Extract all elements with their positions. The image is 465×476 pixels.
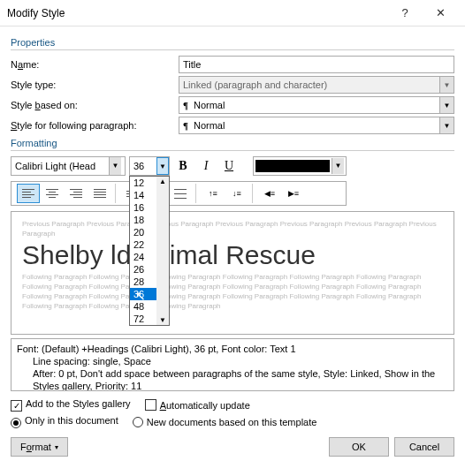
following-select[interactable]: ¶ Normal ▼ — [179, 117, 454, 134]
size-option[interactable]: 12 — [130, 177, 156, 189]
size-option[interactable]: 22 — [130, 238, 156, 251]
size-option[interactable]: 20 — [130, 226, 156, 238]
increase-indent-button[interactable]: ▶≡ — [282, 184, 305, 203]
align-justify-button[interactable] — [88, 184, 111, 203]
formatting-header: Formatting — [11, 138, 454, 151]
desc-line3: After: 0 pt, Don't add space between par… — [17, 367, 448, 391]
font-size-select[interactable]: 36 ▼ — [129, 156, 170, 176]
chevron-down-icon[interactable]: ▼ — [439, 117, 454, 133]
preview-sample-text: Shelby ld Animal Rescue — [22, 240, 443, 270]
name-label: Name: — [11, 59, 179, 70]
align-right-icon — [70, 187, 82, 200]
size-option[interactable]: 18 — [130, 214, 156, 226]
auto-update-checkbox[interactable]: Automatically update — [145, 399, 250, 411]
close-button[interactable]: ✕ — [423, 0, 458, 26]
paragraph-icon: ¶ — [183, 120, 188, 131]
styletype-select: Linked (paragraph and character) ▼ — [179, 76, 454, 94]
line-spacing-icon — [174, 187, 187, 200]
size-option[interactable]: 16 — [130, 201, 156, 214]
format-button[interactable]: Format▾ — [11, 437, 68, 457]
desc-line2: Line spacing: single, Space — [17, 355, 448, 367]
scroll-down-icon[interactable]: ▼ — [159, 316, 166, 324]
size-option[interactable]: 14 — [130, 189, 156, 201]
add-gallery-checkbox[interactable]: ✓Add to the Styles gallery — [11, 398, 131, 412]
font-family-select[interactable]: Calibri Light (Head ▼ — [11, 156, 126, 176]
chevron-down-icon[interactable]: ▼ — [332, 158, 344, 174]
bold-button[interactable]: B — [173, 156, 193, 176]
titlebar: Modify Style ? ✕ — [0, 0, 465, 26]
desc-line1: Font: (Default) +Headings (Calibri Light… — [17, 343, 448, 355]
size-option[interactable]: 28 — [130, 276, 156, 288]
space-before-down-button[interactable]: ↓≡ — [225, 184, 248, 203]
chevron-down-icon[interactable]: ▼ — [439, 97, 454, 113]
preview-prev-text: Previous Paragraph Previous Paragraph Pr… — [22, 219, 443, 238]
align-left-button[interactable] — [17, 184, 40, 203]
align-left-icon — [22, 187, 34, 200]
align-center-button[interactable] — [41, 184, 64, 203]
preview-follow-text: Following Paragraph Following Paragraph … — [22, 272, 443, 311]
color-swatch — [255, 160, 330, 172]
preview-pane: Previous Paragraph Previous Paragraph Pr… — [11, 211, 454, 335]
italic-button[interactable]: I — [196, 156, 216, 176]
formatting-toolbar: Calibri Light (Head ▼ 36 ▼ 1214161820222… — [11, 156, 454, 176]
name-field[interactable] — [179, 56, 454, 73]
cursor-icon: ↖ — [135, 290, 146, 302]
paragraph-icon: ¶ — [183, 100, 188, 110]
size-option[interactable]: 24 — [130, 251, 156, 263]
align-justify-icon — [94, 187, 106, 200]
align-center-icon — [46, 187, 58, 200]
size-option[interactable]: 72 — [130, 313, 156, 325]
properties-header: Properties — [11, 37, 454, 50]
size-option[interactable]: 48 — [130, 300, 156, 313]
chevron-down-icon: ▼ — [439, 77, 454, 93]
spacing-2-button[interactable] — [169, 184, 192, 203]
chevron-down-icon[interactable]: ▼ — [156, 157, 169, 175]
styletype-label: Style type: — [11, 79, 179, 90]
space-before-up-button[interactable]: ↑≡ — [202, 184, 225, 203]
ok-button[interactable]: OK — [329, 437, 389, 457]
decrease-indent-button[interactable]: ◀≡ — [258, 184, 281, 203]
size-option[interactable]: 36↖ — [130, 288, 156, 300]
basedon-label: Style based on: — [11, 100, 179, 110]
chevron-down-icon[interactable]: ▼ — [109, 157, 121, 175]
basedon-select[interactable]: ¶ Normal ▼ — [179, 96, 454, 114]
scrollbar[interactable]: ▲ ▼ — [156, 177, 169, 325]
help-button[interactable]: ? — [387, 0, 423, 26]
size-option[interactable]: 26 — [130, 263, 156, 276]
scroll-up-icon[interactable]: ▲ — [159, 178, 166, 185]
paragraph-toolbar: ↑≡ ↓≡ ◀≡ ▶≡ — [11, 181, 347, 206]
style-description: Font: (Default) +Headings (Calibri Light… — [11, 338, 454, 391]
new-docs-radio[interactable]: New documents based on this template — [133, 417, 317, 427]
cancel-button[interactable]: Cancel — [394, 437, 454, 457]
only-doc-radio[interactable]: Only in this document — [11, 415, 118, 428]
following-label: Style for following paragraph: — [11, 120, 179, 131]
font-color-select[interactable]: ▼ — [253, 156, 347, 176]
font-size-dropdown[interactable]: 12141618202224262836↖4872 ▲ ▼ — [129, 176, 170, 326]
align-right-button[interactable] — [65, 184, 88, 203]
window-title: Modify Style — [7, 7, 387, 19]
underline-button[interactable]: U — [219, 156, 239, 176]
